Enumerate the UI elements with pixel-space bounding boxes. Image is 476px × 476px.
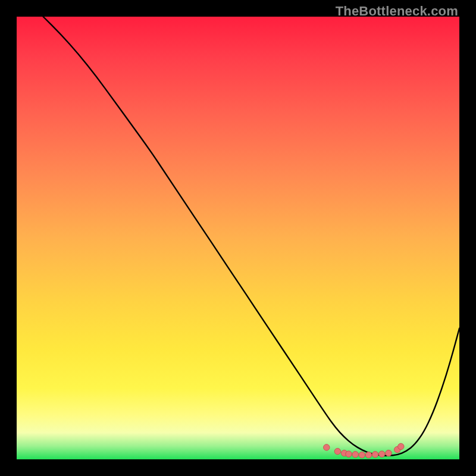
curve-marker [386,450,392,456]
curve-marker [365,452,371,458]
curve-marker [379,451,385,457]
curve-marker [324,444,330,450]
curve-marker [346,451,352,457]
curve-svg [17,17,459,459]
curve-marker [352,452,358,458]
curve-marker [398,443,404,449]
curve-marker [372,452,378,458]
curve-marker [334,448,340,454]
curve-marker [359,452,365,458]
chart-frame: TheBottleneck.com [0,0,476,476]
plot-area [17,17,459,459]
bottleneck-curve [43,17,459,456]
